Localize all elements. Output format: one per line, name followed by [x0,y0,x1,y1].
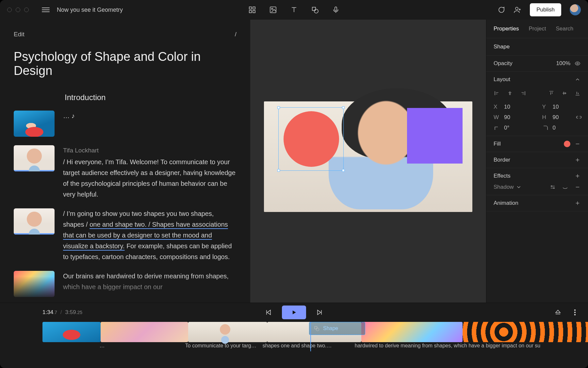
text-icon[interactable] [290,6,298,14]
rotation-value[interactable]: 0° [504,125,509,131]
script-editor: Edit / Psychology of Shape and Color in … [0,20,250,303]
script-paragraph[interactable]: / I’m going to show you two shapes you t… [63,208,237,262]
publish-button[interactable]: Publish [530,3,561,16]
resize-handle[interactable] [342,106,345,109]
visibility-icon[interactable] [574,60,581,67]
tab-search[interactable]: Search [556,26,573,32]
section-heading: Introduction [65,93,237,102]
more-icon[interactable] [571,308,579,316]
remove-fill-icon[interactable] [574,141,581,147]
svg-point-21 [575,310,576,311]
timeline-caption: … [99,343,185,349]
chevron-up-icon[interactable] [574,76,581,83]
h-value[interactable]: 90 [553,114,559,121]
canvas-area[interactable] [250,20,486,303]
resize-handle[interactable] [277,106,280,109]
layout-label: Layout [494,76,570,83]
script-line[interactable]: … ♪ [63,111,75,137]
edit-mode-label[interactable]: Edit [14,31,24,38]
window-traffic-lights[interactable] [7,8,29,12]
x-label: X [494,104,500,110]
add-border-icon[interactable] [574,157,581,163]
timeline-clip[interactable] [101,322,188,342]
y-label: Y [542,104,549,110]
w-value[interactable]: 90 [504,114,510,121]
resize-handle[interactable] [342,169,345,172]
speaker-name: Tifa Lockhart [63,145,237,155]
tab-project[interactable]: Project [529,26,546,32]
add-effect-icon[interactable] [574,173,581,179]
fill-color-swatch[interactable] [564,141,570,147]
playhead[interactable] [310,322,311,351]
svg-rect-3 [253,10,255,13]
add-user-icon[interactable] [514,6,521,14]
svg-point-16 [551,186,552,187]
avatar[interactable] [570,4,581,15]
align-bottom-icon[interactable] [574,90,581,96]
effect-settings-icon[interactable] [549,184,556,190]
svg-rect-1 [253,7,255,9]
corner-value[interactable]: 0 [553,125,556,131]
timeline-caption: To communicate to your target audience… [185,343,263,349]
resize-handle[interactable] [277,169,280,172]
shape-icon[interactable] [311,6,319,14]
video-canvas[interactable] [264,101,472,212]
svg-point-10 [577,63,579,64]
microphone-icon[interactable] [332,6,340,14]
clip-thumbnail[interactable] [14,208,55,235]
clip-thumbnail[interactable] [14,111,55,137]
svg-point-7 [314,9,318,13]
animation-label: Animation [494,200,570,206]
fill-label: Fill [494,141,560,147]
eject-icon[interactable] [554,308,562,316]
prev-frame-icon[interactable] [264,308,272,316]
timeline-clip[interactable] [42,322,101,342]
timeline-caption [42,343,99,349]
timeline[interactable]: Shape …To communicate to your target aud… [0,322,588,368]
align-right-icon[interactable] [520,90,526,96]
shape-timeline-clip[interactable]: Shape [309,322,365,335]
svg-rect-8 [335,7,337,11]
selection-bounding-box[interactable] [278,107,344,171]
border-label: Border [494,157,570,163]
svg-rect-2 [249,10,252,13]
play-button[interactable] [282,306,306,319]
link-dimensions-icon[interactable] [576,114,582,121]
add-animation-icon[interactable] [574,200,581,206]
opacity-value[interactable]: 100% [556,60,570,67]
effect-visibility-icon[interactable] [562,184,568,190]
tab-properties[interactable]: Properties [494,26,519,32]
align-top-icon[interactable] [548,90,555,96]
svg-point-23 [575,314,576,315]
opacity-label: Opacity [494,60,552,67]
align-hcenter-icon[interactable] [507,90,513,96]
menu-icon[interactable] [42,8,50,12]
timeline-clip[interactable] [463,322,588,342]
page-title: Psychology of Shape and Color in Design [14,50,237,78]
shape-square[interactable] [407,108,463,164]
align-vcenter-icon[interactable] [561,90,568,96]
remove-effect-icon[interactable] [574,184,581,190]
comment-icon[interactable] [497,6,505,14]
svg-point-5 [271,8,273,9]
script-paragraph[interactable]: Tifa Lockhart / Hi everyone, I’m Tifa. W… [63,145,237,200]
clip-thumbnail[interactable] [14,145,55,171]
timeline-clip[interactable] [188,322,267,342]
grid-icon[interactable] [248,6,256,14]
svg-rect-6 [312,7,316,10]
timeline-caption: shapes one and shape two.… [263,343,355,349]
next-frame-icon[interactable] [316,308,324,316]
w-label: W [494,114,500,121]
svg-rect-24 [315,326,317,329]
rotation-icon [494,125,500,131]
timeline-clip[interactable] [361,322,463,342]
corner-radius-icon [542,125,549,131]
timecode-display: 1:34.7 / 3:59.25 [42,309,82,316]
image-icon[interactable] [269,6,277,14]
x-value[interactable]: 10 [504,104,510,110]
y-value[interactable]: 10 [553,104,559,110]
align-left-icon[interactable] [494,90,500,96]
document-title[interactable]: Now you see it Geometry [57,7,123,13]
svg-point-22 [575,312,576,313]
shadow-row[interactable]: Shadow [494,184,522,190]
